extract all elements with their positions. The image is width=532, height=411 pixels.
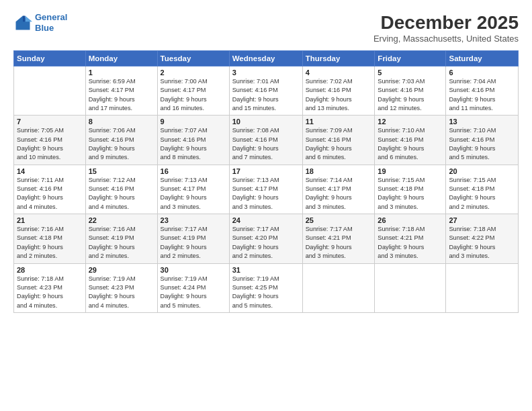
day-info: Sunrise: 7:00 AM Sunset: 4:17 PM Dayligh… bbox=[161, 77, 226, 113]
day-info: Sunrise: 7:17 AM Sunset: 4:20 PM Dayligh… bbox=[232, 225, 300, 261]
calendar-cell: 8Sunrise: 7:06 AM Sunset: 4:16 PM Daylig… bbox=[85, 116, 157, 165]
day-info: Sunrise: 6:59 AM Sunset: 4:17 PM Dayligh… bbox=[89, 77, 154, 113]
weekday-header: Monday bbox=[85, 51, 157, 66]
day-info: Sunrise: 7:11 AM Sunset: 4:16 PM Dayligh… bbox=[17, 176, 83, 212]
day-info: Sunrise: 7:13 AM Sunset: 4:17 PM Dayligh… bbox=[232, 176, 300, 212]
calendar-cell: 17Sunrise: 7:13 AM Sunset: 4:17 PM Dayli… bbox=[229, 165, 302, 214]
day-info: Sunrise: 7:04 AM Sunset: 4:16 PM Dayligh… bbox=[449, 77, 515, 113]
day-info: Sunrise: 7:07 AM Sunset: 4:16 PM Dayligh… bbox=[161, 126, 226, 162]
day-number: 10 bbox=[232, 118, 300, 126]
day-number: 9 bbox=[161, 118, 226, 126]
calendar-cell: 28Sunrise: 7:18 AM Sunset: 4:23 PM Dayli… bbox=[14, 263, 86, 312]
calendar-week-row: 1Sunrise: 6:59 AM Sunset: 4:17 PM Daylig… bbox=[14, 66, 519, 116]
day-number: 1 bbox=[89, 68, 154, 77]
day-number: 31 bbox=[232, 266, 300, 274]
logo: General Blue bbox=[13, 12, 67, 33]
weekday-header: Thursday bbox=[302, 51, 375, 66]
weekday-header: Wednesday bbox=[229, 51, 302, 66]
day-info: Sunrise: 7:18 AM Sunset: 4:22 PM Dayligh… bbox=[449, 225, 515, 261]
calendar-cell: 10Sunrise: 7:08 AM Sunset: 4:16 PM Dayli… bbox=[229, 116, 302, 165]
day-info: Sunrise: 7:10 AM Sunset: 4:16 PM Dayligh… bbox=[378, 126, 443, 162]
day-number: 24 bbox=[232, 216, 300, 224]
calendar-cell: 23Sunrise: 7:17 AM Sunset: 4:19 PM Dayli… bbox=[157, 214, 229, 263]
calendar-cell: 27Sunrise: 7:18 AM Sunset: 4:22 PM Dayli… bbox=[446, 214, 519, 263]
day-number: 14 bbox=[17, 167, 83, 175]
day-number: 28 bbox=[17, 266, 83, 274]
calendar-cell bbox=[375, 263, 446, 312]
day-info: Sunrise: 7:05 AM Sunset: 4:16 PM Dayligh… bbox=[17, 126, 83, 162]
day-info: Sunrise: 7:19 AM Sunset: 4:23 PM Dayligh… bbox=[89, 275, 154, 310]
day-number: 2 bbox=[161, 68, 226, 77]
day-number: 26 bbox=[378, 216, 443, 224]
calendar: SundayMondayTuesdayWednesdayThursdayFrid… bbox=[13, 50, 519, 313]
day-number: 15 bbox=[89, 167, 154, 175]
day-info: Sunrise: 7:19 AM Sunset: 4:25 PM Dayligh… bbox=[232, 275, 300, 310]
day-number: 13 bbox=[449, 118, 515, 126]
day-info: Sunrise: 7:09 AM Sunset: 4:16 PM Dayligh… bbox=[306, 126, 372, 162]
calendar-cell: 2Sunrise: 7:00 AM Sunset: 4:17 PM Daylig… bbox=[157, 66, 229, 116]
day-number: 19 bbox=[378, 167, 443, 175]
calendar-cell: 26Sunrise: 7:18 AM Sunset: 4:21 PM Dayli… bbox=[375, 214, 446, 263]
day-number: 18 bbox=[306, 167, 372, 175]
calendar-cell: 3Sunrise: 7:01 AM Sunset: 4:16 PM Daylig… bbox=[229, 66, 302, 116]
calendar-week-row: 7Sunrise: 7:05 AM Sunset: 4:16 PM Daylig… bbox=[14, 116, 519, 165]
header: General Blue December 2025 Erving, Massa… bbox=[13, 12, 519, 44]
day-info: Sunrise: 7:16 AM Sunset: 4:19 PM Dayligh… bbox=[89, 225, 154, 261]
day-number: 7 bbox=[17, 118, 83, 126]
day-number: 12 bbox=[378, 118, 443, 126]
day-number: 3 bbox=[232, 68, 300, 77]
calendar-cell: 13Sunrise: 7:10 AM Sunset: 4:16 PM Dayli… bbox=[446, 116, 519, 165]
calendar-cell: 22Sunrise: 7:16 AM Sunset: 4:19 PM Dayli… bbox=[85, 214, 157, 263]
day-info: Sunrise: 7:16 AM Sunset: 4:18 PM Dayligh… bbox=[17, 225, 83, 261]
day-info: Sunrise: 7:12 AM Sunset: 4:16 PM Dayligh… bbox=[89, 176, 154, 212]
calendar-cell: 9Sunrise: 7:07 AM Sunset: 4:16 PM Daylig… bbox=[157, 116, 229, 165]
day-number: 22 bbox=[89, 216, 154, 224]
day-info: Sunrise: 7:06 AM Sunset: 4:16 PM Dayligh… bbox=[89, 126, 154, 162]
day-info: Sunrise: 7:18 AM Sunset: 4:21 PM Dayligh… bbox=[378, 225, 443, 261]
weekday-header: Friday bbox=[375, 51, 446, 66]
day-number: 20 bbox=[449, 167, 515, 175]
day-info: Sunrise: 7:08 AM Sunset: 4:16 PM Dayligh… bbox=[232, 126, 300, 162]
calendar-cell: 20Sunrise: 7:15 AM Sunset: 4:18 PM Dayli… bbox=[446, 165, 519, 214]
calendar-week-row: 14Sunrise: 7:11 AM Sunset: 4:16 PM Dayli… bbox=[14, 165, 519, 214]
day-number: 23 bbox=[161, 216, 226, 224]
calendar-cell bbox=[446, 263, 519, 312]
day-info: Sunrise: 7:02 AM Sunset: 4:16 PM Dayligh… bbox=[306, 77, 372, 113]
page: General Blue December 2025 Erving, Massa… bbox=[0, 0, 532, 411]
day-info: Sunrise: 7:15 AM Sunset: 4:18 PM Dayligh… bbox=[449, 176, 515, 212]
day-info: Sunrise: 7:19 AM Sunset: 4:24 PM Dayligh… bbox=[161, 275, 226, 310]
calendar-cell: 6Sunrise: 7:04 AM Sunset: 4:16 PM Daylig… bbox=[446, 66, 519, 116]
calendar-cell: 15Sunrise: 7:12 AM Sunset: 4:16 PM Dayli… bbox=[85, 165, 157, 214]
title-section: December 2025 Erving, Massachusetts, Uni… bbox=[373, 12, 519, 44]
day-number: 25 bbox=[306, 216, 372, 224]
day-info: Sunrise: 7:13 AM Sunset: 4:17 PM Dayligh… bbox=[161, 176, 226, 212]
logo-icon bbox=[13, 13, 32, 32]
calendar-week-row: 21Sunrise: 7:16 AM Sunset: 4:18 PM Dayli… bbox=[14, 214, 519, 263]
weekday-header: Tuesday bbox=[157, 51, 229, 66]
calendar-cell: 29Sunrise: 7:19 AM Sunset: 4:23 PM Dayli… bbox=[85, 263, 157, 312]
day-info: Sunrise: 7:18 AM Sunset: 4:23 PM Dayligh… bbox=[17, 275, 83, 310]
day-info: Sunrise: 7:01 AM Sunset: 4:16 PM Dayligh… bbox=[232, 77, 300, 113]
day-number: 30 bbox=[161, 266, 226, 274]
calendar-cell bbox=[14, 66, 86, 116]
calendar-cell: 30Sunrise: 7:19 AM Sunset: 4:24 PM Dayli… bbox=[157, 263, 229, 312]
day-info: Sunrise: 7:10 AM Sunset: 4:16 PM Dayligh… bbox=[449, 126, 515, 162]
day-number: 27 bbox=[449, 216, 515, 224]
calendar-cell: 24Sunrise: 7:17 AM Sunset: 4:20 PM Dayli… bbox=[229, 214, 302, 263]
day-info: Sunrise: 7:03 AM Sunset: 4:16 PM Dayligh… bbox=[378, 77, 443, 113]
calendar-cell: 14Sunrise: 7:11 AM Sunset: 4:16 PM Dayli… bbox=[14, 165, 86, 214]
weekday-header: Saturday bbox=[446, 51, 519, 66]
calendar-cell: 21Sunrise: 7:16 AM Sunset: 4:18 PM Dayli… bbox=[14, 214, 86, 263]
day-number: 17 bbox=[232, 167, 300, 175]
day-number: 16 bbox=[161, 167, 226, 175]
calendar-cell bbox=[302, 263, 375, 312]
day-info: Sunrise: 7:14 AM Sunset: 4:17 PM Dayligh… bbox=[306, 176, 372, 212]
day-number: 8 bbox=[89, 118, 154, 126]
calendar-cell: 11Sunrise: 7:09 AM Sunset: 4:16 PM Dayli… bbox=[302, 116, 375, 165]
calendar-cell: 25Sunrise: 7:17 AM Sunset: 4:21 PM Dayli… bbox=[302, 214, 375, 263]
header-row: SundayMondayTuesdayWednesdayThursdayFrid… bbox=[14, 51, 519, 66]
day-info: Sunrise: 7:15 AM Sunset: 4:18 PM Dayligh… bbox=[378, 176, 443, 212]
calendar-cell: 4Sunrise: 7:02 AM Sunset: 4:16 PM Daylig… bbox=[302, 66, 375, 116]
day-number: 11 bbox=[306, 118, 372, 126]
calendar-cell: 1Sunrise: 6:59 AM Sunset: 4:17 PM Daylig… bbox=[85, 66, 157, 116]
